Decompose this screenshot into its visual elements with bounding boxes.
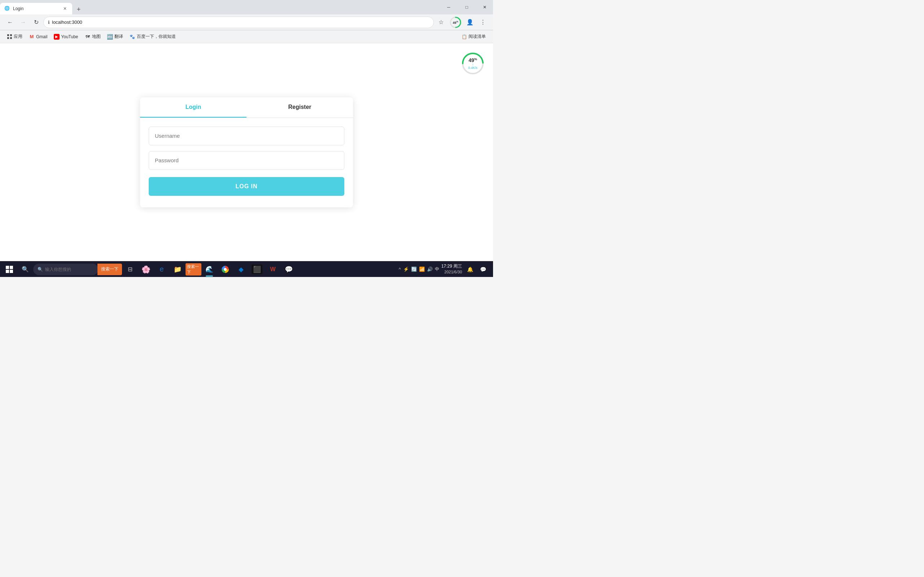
tray-power-icon[interactable]: ⚡ [403,266,409,272]
tray-ime-label[interactable]: 中 [435,266,439,272]
navigation-bar: ← → ↻ ℹ localhost:3000 ☆ 49% 👤 ⋮ [0,15,493,30]
bookmark-baidu[interactable]: 🐾 百度一下，你就知道 [127,32,179,41]
maps-icon: 🗺 [85,34,90,40]
chrome-icon [221,266,229,273]
notification-center-icon[interactable]: 🔔 [464,264,476,275]
action-center-icon[interactable]: 💬 [477,264,489,275]
forward-button[interactable]: → [17,16,29,28]
taskbar-search-box[interactable]: 🔍 [33,264,98,275]
bookmark-translate-label: 翻译 [115,34,123,40]
vscode-icon: ◆ [239,266,244,273]
password-input[interactable] [149,151,344,170]
tray-network-icon[interactable]: 📶 [419,266,425,272]
baidu-icon: 🐾 [129,34,135,40]
search-icon: 🔍 [22,266,29,272]
tab-login[interactable]: Login [140,97,247,118]
username-input[interactable] [149,127,344,145]
bookmark-maps[interactable]: 🗺 地图 [82,32,103,41]
back-button[interactable]: ← [4,16,16,28]
taskbar-app-terminal[interactable]: ⬛ [249,261,265,277]
taskbar-search-icon-btn[interactable]: 🔍 [18,262,32,277]
bookmarks-bar: 应用 M Gmail ▶ YouTube 🗺 地图 🔤 翻译 🐾 百度一下，你就… [0,30,493,43]
browser-frame: 🌐 Login ✕ + ─ □ ✕ ← → ↻ ℹ localhost:3000… [0,0,493,277]
tray-show-hidden-icon[interactable]: ^ [399,266,401,272]
start-button[interactable] [2,261,17,277]
tab-favicon: 🌐 [4,6,10,11]
url-display: localhost:3000 [52,19,429,25]
profile-button[interactable]: 👤 [464,16,476,28]
speed-text: 49% ↑ 0.4K/s [467,58,478,69]
bookmark-apps[interactable]: 应用 [4,32,25,41]
datetime-display[interactable]: 17:29 周三 2021/6/30 [441,263,462,275]
page-content: 49% ↑ 0.4K/s Login Register LOG IN [0,43,493,261]
taskbar-search-input[interactable] [45,267,81,272]
taskbar-search-prompt-icon: 🔍 [37,267,43,272]
tab-register[interactable]: Register [247,97,353,118]
bookmark-baidu-label: 百度一下，你就知道 [137,34,176,40]
deepin-icon: 🌸 [142,265,150,274]
reading-list-button[interactable]: 📋 阅读清单 [459,32,489,41]
bookmark-translate[interactable]: 🔤 翻译 [104,32,126,41]
bookmark-youtube[interactable]: ▶ YouTube [51,32,81,41]
taskbar-search-submit-icon: 搜索一下 [186,263,201,276]
close-button[interactable]: ✕ [477,2,493,13]
taskbar-app-wechat[interactable]: 💬 [281,261,297,277]
bookmark-gmail[interactable]: M Gmail [26,32,50,41]
taskbar: 🔍 🔍 搜索一下 ⊟ 🌸 e 📁 搜索一下 [0,261,493,277]
translate-icon: 🔤 [107,34,113,40]
date-display: 2021/6/30 [441,269,462,275]
gmail-icon: M [29,34,35,40]
tabs-row: 🌐 Login ✕ + [0,0,440,15]
youtube-icon: ▶ [54,34,60,40]
new-tab-button[interactable]: + [74,4,84,15]
taskbar-app-ie[interactable]: e [154,261,170,277]
tray-sync-icon[interactable]: 🔄 [411,266,417,272]
bookmark-button[interactable]: ☆ [435,16,447,28]
tab-title: Login [13,6,59,11]
taskbar-app-edge[interactable]: 🌊 [201,261,217,277]
bookmark-maps-label: 地图 [92,34,101,40]
windows-logo-icon [6,266,13,273]
bookmark-apps-label: 应用 [14,34,23,40]
taskbar-pinned-apps: 🌸 e 📁 搜索一下 🌊 ◆ ⬛ W [138,261,297,277]
login-card: Login Register LOG IN [140,97,353,207]
search-submit-button[interactable]: 搜索一下 [97,264,122,275]
file-manager-icon: 📁 [174,266,181,273]
speed-indicator-nav: 49% [449,16,462,29]
security-icon: ℹ [48,20,50,25]
reading-list-icon: 📋 [462,34,467,39]
browser-tab[interactable]: 🌐 Login ✕ [0,3,72,15]
tray-volume-icon[interactable]: 🔊 [427,266,433,272]
tab-close-button[interactable]: ✕ [62,6,68,11]
top-area: 🌐 Login ✕ + ─ □ ✕ [0,0,493,15]
taskbar-app-vscode[interactable]: ◆ [233,261,249,277]
reading-list-label: 阅读清单 [468,34,486,40]
card-tabs: Login Register [140,97,353,118]
edge-icon: 🌊 [205,266,213,273]
maximize-button[interactable]: □ [459,2,475,13]
notification-area: 🔔 💬 [464,264,489,275]
taskbar-app-wps[interactable]: W [265,261,281,277]
tray-icons: ^ ⚡ 🔄 📶 🔊 中 [399,266,439,272]
minimize-button[interactable]: ─ [440,2,457,13]
speed-circle: 49% ↑ 0.4K/s [461,52,485,75]
ie-icon: e [160,265,163,273]
terminal-icon: ⬛ [252,265,262,274]
apps-icon [7,34,12,39]
refresh-button[interactable]: ↻ [30,16,42,28]
menu-button[interactable]: ⋮ [477,16,489,28]
taskbar-app-chrome[interactable] [217,261,233,277]
login-button[interactable]: LOG IN [149,177,344,196]
system-tray: ^ ⚡ 🔄 📶 🔊 中 17:29 周三 2021/6/30 🔔 💬 [396,263,492,275]
card-body: LOG IN [140,118,353,207]
taskbar-app-deepin[interactable]: 🌸 [138,261,154,277]
task-view-button[interactable]: ⊟ [123,262,137,277]
address-bar[interactable]: ℹ localhost:3000 [43,16,434,28]
speed-rate: ↑ 0.4K/s [467,63,478,69]
taskbar-app-search[interactable]: 搜索一下 [186,261,201,277]
clock-display: 17:29 周三 [441,263,462,269]
bookmark-gmail-label: Gmail [36,34,47,39]
task-view-icon: ⊟ [128,266,132,272]
speed-percent: 49% [467,58,478,63]
taskbar-app-file-manager[interactable]: 📁 [170,261,186,277]
